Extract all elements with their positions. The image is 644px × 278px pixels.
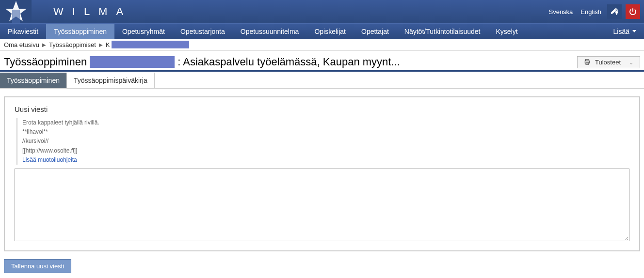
message-textarea[interactable] (15, 169, 629, 241)
brand-name: WILMA (53, 5, 132, 18)
tab-paivakirja[interactable]: Työssäoppimispäiväkirja (67, 73, 155, 88)
print-button[interactable]: Tulosteet ⌄ (577, 56, 640, 68)
nav-opiskelijat[interactable]: Opiskelijat (306, 24, 354, 39)
nav-kyselyt[interactable]: Kyselyt (488, 24, 526, 39)
page-title: Työssäoppiminen : Asiakaspalvelu työeläm… (4, 56, 400, 68)
nav-opetusryhmat[interactable]: Opetusryhmät (114, 24, 173, 39)
nav-opetustarjonta[interactable]: Opetustarjonta (173, 24, 233, 39)
hint-line: [[http://www.osoite.fi]] (22, 146, 629, 155)
breadcrumb-level3-prefix: K (106, 41, 110, 48)
nav-naytot[interactable]: Näytöt/Tutkintotilaisuudet (397, 24, 488, 39)
nav-pikaviestit[interactable]: Pikaviestit (0, 24, 46, 39)
nav-more-label: Lisää (613, 28, 629, 35)
page-title-suffix: : Asiakaspalvelu työelämässä, Kaupan myy… (177, 56, 400, 68)
nav-more[interactable]: Lisää (606, 24, 644, 39)
settings-icon[interactable] (607, 4, 622, 19)
hint-line: //kursivoi// (22, 137, 629, 146)
caret-down-icon (632, 30, 636, 32)
chevron-right-icon: ▶ (99, 42, 103, 47)
nav-opetussuunnitelma[interactable]: Opetussuunnitelma (233, 24, 307, 39)
formatting-hints: Erota kappaleet tyhjällä rivillä. **liha… (16, 118, 629, 165)
hint-line: Erota kappaleet tyhjällä rivillä. (22, 118, 629, 127)
formatting-help-link[interactable]: Lisää muotoiluohjeita (22, 156, 77, 163)
tab-tyossaoppiminen[interactable]: Työssäoppiminen (0, 73, 67, 88)
breadcrumb: Oma etusivu ▶ Työssäoppimiset ▶ K (0, 39, 644, 51)
print-label: Tulosteet (595, 59, 621, 66)
logo[interactable] (0, 0, 32, 23)
breadcrumb-home[interactable]: Oma etusivu (4, 41, 39, 48)
svg-rect-1 (12, 10, 20, 23)
print-icon (583, 59, 591, 65)
nav-opettajat[interactable]: Opettajat (354, 24, 397, 39)
redacted-text (112, 41, 189, 48)
power-icon[interactable] (626, 4, 640, 19)
language-svenska[interactable]: Svenska (547, 8, 575, 15)
hint-line: **lihavoi** (22, 127, 629, 137)
page-title-prefix: Työssäoppiminen (4, 56, 87, 68)
save-button[interactable]: Tallenna uusi viesti (4, 259, 71, 273)
breadcrumb-level2[interactable]: Työssäoppimiset (49, 41, 96, 48)
redacted-text (90, 56, 175, 68)
chevron-right-icon: ▶ (42, 42, 46, 47)
chevron-down-icon: ⌄ (628, 59, 634, 66)
nav-tyossaoppiminen[interactable]: Työssäoppiminen (46, 24, 114, 39)
language-english[interactable]: English (579, 8, 603, 15)
section-title: Uusi viesti (15, 105, 629, 113)
